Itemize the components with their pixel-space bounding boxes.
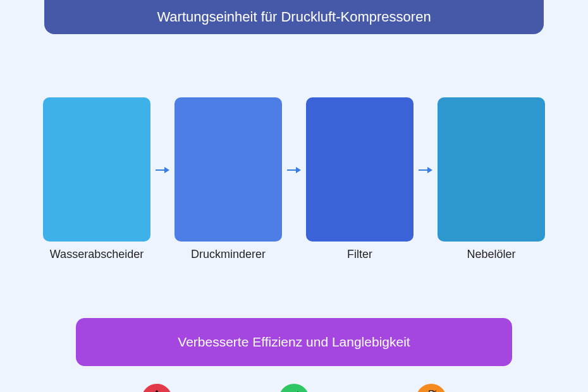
result-title-bar: Verbesserte Effizienz und Langlebigkeit xyxy=(76,318,512,366)
spray-icon xyxy=(416,384,446,392)
flow-item-wasserabscheider: Wasserabscheider xyxy=(43,97,150,261)
benefit-icons-row xyxy=(89,384,499,392)
flow-box xyxy=(438,97,545,242)
result-title: Verbesserte Effizienz und Langlebigkeit xyxy=(178,334,410,349)
arrow-icon xyxy=(419,165,432,175)
header-title: Wartungseinheit für Druckluft-Kompressor… xyxy=(157,9,431,25)
arrow-icon xyxy=(156,165,169,175)
flow-box xyxy=(43,97,150,242)
flow-item-filter: Filter xyxy=(306,97,413,261)
svg-marker-3 xyxy=(296,167,301,173)
arrow-icon xyxy=(287,165,301,175)
flow-label: Druckminderer xyxy=(191,248,266,261)
drop-icon xyxy=(142,384,172,392)
flow-label: Nebelöler xyxy=(467,248,515,261)
svg-marker-1 xyxy=(164,167,169,173)
flow-box xyxy=(306,97,413,242)
flow-label: Filter xyxy=(347,248,372,261)
wrench-icon xyxy=(279,384,309,392)
flow-item-nebeloeler: Nebelöler xyxy=(438,97,545,261)
header-title-bar: Wartungseinheit für Druckluft-Kompressor… xyxy=(44,0,544,34)
flow-item-druckminderer: Druckminderer xyxy=(175,97,282,261)
svg-marker-5 xyxy=(427,167,432,173)
flow-label: Wasserabscheider xyxy=(50,248,144,261)
process-flow: Wasserabscheider Druckminderer Filter Ne… xyxy=(0,97,588,261)
flow-box xyxy=(175,97,282,242)
